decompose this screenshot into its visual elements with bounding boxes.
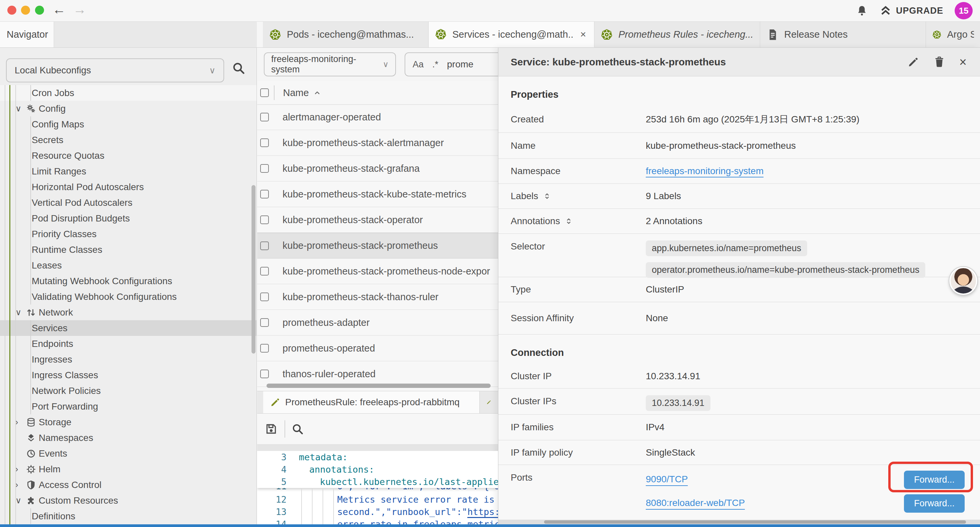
chevron-down-icon[interactable]: ∨ bbox=[15, 307, 26, 317]
sidebar-search-button[interactable] bbox=[231, 61, 245, 75]
row-checkbox[interactable] bbox=[260, 139, 269, 147]
detail-horizontal-scrollbar[interactable] bbox=[498, 520, 980, 524]
back-button[interactable]: ← bbox=[51, 2, 67, 17]
forward-button[interactable]: Forward... bbox=[904, 494, 965, 513]
sidebar-item-network[interactable]: ∨Network bbox=[0, 304, 257, 320]
sidebar-item-custom-resources[interactable]: ∨Custom Resources bbox=[0, 493, 257, 508]
port-link[interactable]: 8080:reloader-web/TCP bbox=[646, 498, 745, 509]
assistant-avatar[interactable] bbox=[949, 267, 977, 295]
table-row[interactable]: kube-prometheus-stack-grafana bbox=[257, 156, 498, 182]
table-row[interactable]: alertmanager-operated bbox=[257, 104, 498, 130]
table-row[interactable]: kube-prometheus-stack-thanos-ruler bbox=[257, 284, 498, 310]
sidebar-item-pod-disruption-budgets[interactable]: Pod Disruption Budgets bbox=[0, 210, 257, 226]
chevron-down-icon[interactable]: ∨ bbox=[15, 496, 26, 505]
sidebar-item-validating-webhook-configurations[interactable]: Validating Webhook Configurations bbox=[0, 289, 257, 304]
account-badge[interactable]: 15 bbox=[955, 2, 973, 19]
window-close-button[interactable] bbox=[7, 6, 16, 15]
sidebar-item-resource-quotas[interactable]: Resource Quotas bbox=[0, 148, 257, 164]
close-icon[interactable]: × bbox=[959, 56, 967, 68]
yaml-editor[interactable]: 3metadata:4annotations:5kubectl.kubernet… bbox=[257, 451, 498, 524]
chevron-right-icon[interactable]: › bbox=[15, 480, 26, 490]
save-icon[interactable] bbox=[264, 422, 278, 436]
edit-pencil-icon[interactable] bbox=[907, 56, 919, 68]
scrollbar-thumb[interactable] bbox=[544, 520, 966, 524]
upgrade-button[interactable]: UPGRADE bbox=[879, 4, 943, 17]
sidebar-item-events[interactable]: Events bbox=[0, 446, 257, 461]
sidebar-item-endpoints[interactable]: Endpoints bbox=[0, 336, 257, 352]
runbook-url-link[interactable]: https://net bbox=[467, 507, 498, 518]
table-row[interactable]: kube-prometheus-stack-alertmanager bbox=[257, 130, 498, 156]
sidebar-item-vertical-pod-autoscalers[interactable]: Vertical Pod Autoscalers bbox=[0, 195, 257, 210]
sidebar-item-namespaces[interactable]: Namespaces bbox=[0, 430, 257, 446]
match-case-toggle[interactable]: Aa bbox=[413, 59, 424, 70]
sidebar-item-mutating-webhook-configurations[interactable]: Mutating Webhook Configurations bbox=[0, 273, 257, 289]
sidebar-item-runtime-classes[interactable]: Runtime Classes bbox=[0, 242, 257, 258]
sidebar-item-access-control[interactable]: ›Access Control bbox=[0, 477, 257, 493]
delete-trash-icon[interactable] bbox=[933, 56, 945, 68]
notifications-bell-icon[interactable] bbox=[856, 5, 868, 17]
editor-tab-partial[interactable] bbox=[480, 391, 498, 413]
namespace-link[interactable]: freeleaps-monitoring-system bbox=[646, 166, 764, 177]
sidebar-scrollbar[interactable] bbox=[251, 185, 256, 353]
sidebar-item-config-maps[interactable]: Config Maps bbox=[0, 116, 257, 132]
sidebar-item-port-forwarding[interactable]: Port Forwarding bbox=[0, 399, 257, 414]
namespace-select[interactable]: freeleaps-monitoring-system ∨ bbox=[264, 53, 396, 76]
tab-release-notes[interactable]: Release Notes bbox=[760, 22, 926, 47]
row-checkbox[interactable] bbox=[260, 369, 269, 378]
chevron-right-icon[interactable]: › bbox=[15, 417, 26, 427]
row-checkbox[interactable] bbox=[260, 215, 269, 224]
sidebar-item-priority-classes[interactable]: Priority Classes bbox=[0, 226, 257, 242]
select-all-checkbox[interactable] bbox=[260, 88, 269, 97]
sidebar-item-storage[interactable]: ›Storage bbox=[0, 414, 257, 430]
row-checkbox[interactable] bbox=[260, 344, 269, 353]
tab-services[interactable]: Services - icecheng@math...× bbox=[429, 22, 594, 47]
chevron-down-icon[interactable]: ∨ bbox=[15, 104, 26, 113]
name-column-header[interactable]: Name bbox=[283, 88, 321, 99]
navigator-tab[interactable]: Navigator bbox=[0, 22, 54, 47]
sidebar-item-limit-ranges[interactable]: Limit Ranges bbox=[0, 164, 257, 179]
table-row[interactable]: kube-prometheus-stack-prometheus bbox=[257, 233, 498, 258]
tab-close-icon[interactable]: × bbox=[578, 29, 588, 40]
row-checkbox[interactable] bbox=[260, 164, 269, 173]
row-checkbox[interactable] bbox=[260, 293, 269, 301]
table-row[interactable]: kube-prometheus-stack-kube-state-metrics bbox=[257, 182, 498, 207]
table-row[interactable]: prometheus-adapter bbox=[257, 310, 498, 336]
chevron-right-icon[interactable]: › bbox=[15, 464, 26, 474]
table-row[interactable]: prometheus-operated bbox=[257, 336, 498, 361]
window-minimize-button[interactable] bbox=[21, 6, 30, 15]
editor-tab-prometheusrule[interactable]: PrometheusRule: freeleaps-prod-rabbitmq bbox=[263, 391, 480, 413]
sidebar-item-horizontal-pod-autoscalers[interactable]: Horizontal Pod Autoscalers bbox=[0, 179, 257, 195]
code-text: Metrics service error rate is {{ $va bbox=[337, 494, 498, 505]
row-checkbox[interactable] bbox=[260, 267, 269, 275]
table-row[interactable]: kube-prometheus-stack-prometheus-node-ex… bbox=[257, 258, 498, 284]
sidebar-item-leases[interactable]: Leases bbox=[0, 258, 257, 273]
sidebar-item-network-policies[interactable]: Network Policies bbox=[0, 383, 257, 399]
window-zoom-button[interactable] bbox=[35, 6, 44, 15]
sidebar-item-definitions[interactable]: Definitions bbox=[0, 508, 257, 524]
sidebar-item-helm[interactable]: ›Helm bbox=[0, 461, 257, 477]
port-link[interactable]: 9090/TCP bbox=[646, 474, 688, 486]
row-checkbox[interactable] bbox=[260, 190, 269, 199]
tab-prometheus-rules[interactable]: Prometheus Rules - icecheng... bbox=[594, 22, 760, 47]
sidebar-item-ingress-classes[interactable]: Ingress Classes bbox=[0, 367, 257, 383]
code-lines: 110", "for": "1m", "labels": {"service":… bbox=[257, 488, 498, 524]
sidebar-item-config[interactable]: ∨Config bbox=[0, 101, 257, 116]
filter-input[interactable]: Aa .* prome bbox=[405, 53, 498, 76]
forward-button[interactable]: → bbox=[72, 2, 88, 17]
sidebar-item-ingresses[interactable]: Ingresses bbox=[0, 352, 257, 367]
row-checkbox[interactable] bbox=[260, 113, 269, 121]
detail-label-text: Type bbox=[511, 284, 531, 295]
table-row[interactable]: thanos-ruler-operated bbox=[257, 361, 498, 387]
sidebar-item-secrets[interactable]: Secrets bbox=[0, 132, 257, 148]
table-row[interactable]: kube-prometheus-stack-operator bbox=[257, 207, 498, 233]
row-checkbox[interactable] bbox=[260, 242, 269, 250]
sidebar-item-services[interactable]: Services bbox=[0, 320, 257, 336]
kubeconfig-select[interactable]: Local Kubeconfigs ∨ bbox=[6, 58, 224, 83]
list-horizontal-scrollbar[interactable] bbox=[267, 384, 491, 388]
editor-search-icon[interactable] bbox=[291, 423, 304, 435]
tab-argo[interactable]: Argo Se bbox=[926, 22, 980, 47]
row-checkbox[interactable] bbox=[260, 318, 269, 327]
tab-pods[interactable]: Pods - icecheng@mathmas... bbox=[263, 22, 429, 47]
regex-toggle[interactable]: .* bbox=[432, 59, 438, 70]
sidebar-item-cron-jobs[interactable]: Cron Jobs bbox=[0, 85, 257, 101]
